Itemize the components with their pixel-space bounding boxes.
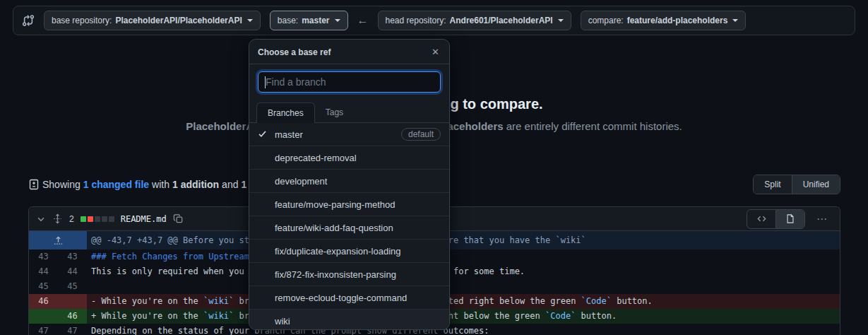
split-view-button[interactable]: Split [754,175,792,194]
compare-page: base repository: PlaceholderAPI/Placehol… [0,0,868,335]
diffstat-deletion-square [88,216,93,222]
diffstat-squares [81,216,114,222]
branch-item[interactable]: remove-ecloud-toggle-command [249,286,449,309]
base-branch-button[interactable]: base: master [270,11,348,30]
close-icon[interactable]: ✕ [430,47,441,57]
chevron-down-icon [247,19,253,22]
diffstat-neutral-square [109,216,114,222]
diffstat-addition-square [81,216,86,222]
branch-item[interactable]: feature/move-parsing-method [249,192,449,216]
rich-diff-button[interactable] [775,210,804,228]
diff-render-toggle [747,209,805,229]
unified-view-button[interactable]: Unified [792,175,840,194]
check-icon [258,129,267,139]
chevron-down-icon [732,19,738,22]
branch-search-input[interactable] [258,71,441,93]
branch-item[interactable]: feature/wiki-add-faq-question [249,216,449,239]
file-name: README.md [121,214,167,224]
base-repository-button[interactable]: base repository: PlaceholderAPI/Placehol… [44,11,261,30]
head-repository-value: Andre601/PlaceholderAPI [450,16,553,25]
changes-count: 2 [69,214,74,224]
base-repository-value: PlaceholderAPI/PlaceholderAPI [115,16,242,25]
default-badge: default [401,128,441,141]
source-view-button[interactable] [747,210,775,228]
base-repository-label: base repository: [52,16,112,25]
text-cursor [265,76,266,88]
dropdown-filter [249,64,449,95]
git-compare-icon [22,14,35,27]
tab-branches[interactable]: Branches [256,102,315,123]
file-diff-icon [28,179,40,190]
dropdown-title: Choose a base ref [258,47,331,57]
diff-view-toggle: Split Unified [753,175,840,194]
base-branch-label: base: [278,16,298,25]
branch-item[interactable]: wiki [249,309,449,330]
collapse-file-chevron-icon[interactable] [36,214,46,224]
changed-files-link[interactable]: 1 changed file [83,179,149,190]
tab-tags[interactable]: Tags [315,102,354,122]
dropdown-tabs: Branches Tags [249,95,449,123]
branch-item[interactable]: deprecated-removal [249,146,449,169]
branch-list: master default deprecated-removal develo… [249,123,449,330]
drag-handle-icon[interactable] [52,213,63,224]
compare-branch-button[interactable]: compare: feature/add-placeholders [581,11,747,30]
file-header-actions: ⋯ [747,209,833,229]
base-branch-value: master [302,16,329,25]
kebab-menu-icon[interactable]: ⋯ [812,213,833,225]
compare-branch-value: feature/add-placeholders [627,16,728,25]
arrow-left-icon: ← [357,14,369,27]
head-repository-label: head repository: [386,16,446,25]
branch-item[interactable]: fix/872-fix-inxonsisten-parsing [249,262,449,286]
expand-hunk-button[interactable] [29,231,87,249]
chevron-down-icon [335,19,340,22]
diffstat-neutral-square [102,216,107,222]
diffstat-neutral-square [95,216,100,222]
chevron-down-icon [558,19,564,22]
additions-count: 1 addition [172,179,219,190]
compare-branch-label: compare: [588,16,624,25]
dropdown-header: Choose a base ref ✕ [249,40,449,64]
base-ref-dropdown: Choose a base ref ✕ Branches Tags master… [249,39,450,330]
head-repository-button[interactable]: head repository: Andre601/PlaceholderAPI [378,11,571,30]
branch-item[interactable]: fix/duplicate-expansion-loading [249,239,449,262]
copy-path-icon[interactable] [173,213,184,224]
compare-bar: base repository: PlaceholderAPI/Placehol… [13,6,855,35]
branch-item-master[interactable]: master default [249,123,449,146]
branch-item[interactable]: development [249,169,449,192]
